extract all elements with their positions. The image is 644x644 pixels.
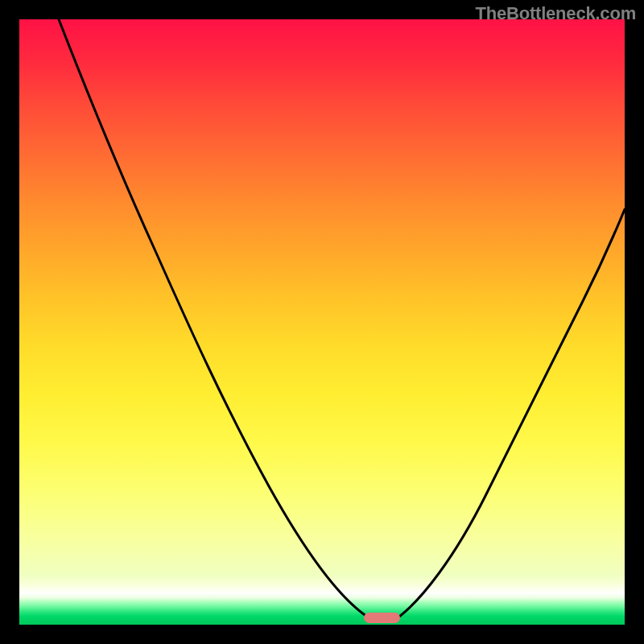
curve-path <box>59 19 625 621</box>
plot-area <box>19 19 625 625</box>
watermark-text: TheBottleneck.com <box>475 3 636 24</box>
chart-frame: TheBottleneck.com <box>0 0 644 644</box>
optimal-marker <box>364 613 400 623</box>
bottleneck-curve <box>19 19 625 625</box>
